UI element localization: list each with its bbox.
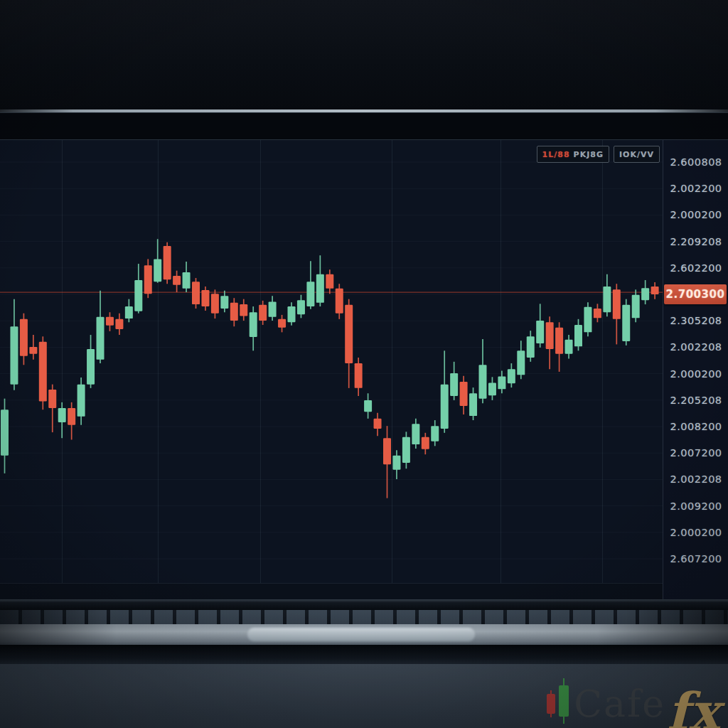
candle-up bbox=[250, 312, 257, 337]
candle-up bbox=[450, 373, 458, 396]
candle-up bbox=[297, 300, 305, 314]
candle-down bbox=[651, 287, 659, 294]
candle-down bbox=[201, 290, 209, 306]
candlestick-chart-plot[interactable]: 1L/88 PKJ8G IOK/VV bbox=[0, 139, 663, 584]
candle-up bbox=[220, 296, 228, 309]
candle-up bbox=[574, 325, 582, 346]
candle-down bbox=[460, 382, 468, 406]
candle-up bbox=[508, 369, 515, 383]
candle-up bbox=[603, 287, 611, 312]
logo-candlestick-icon bbox=[545, 678, 572, 722]
candles-svg bbox=[0, 140, 663, 584]
candle-up bbox=[632, 295, 640, 318]
candle-up bbox=[316, 274, 324, 303]
candle-up bbox=[58, 408, 66, 422]
candle-down bbox=[555, 328, 563, 354]
candle-up bbox=[431, 426, 439, 441]
candle-up bbox=[527, 336, 535, 358]
laptop-underside-shadow bbox=[0, 645, 728, 664]
price-axis-label: 2.002208 bbox=[663, 473, 728, 486]
price-axis-label: 2.002200 bbox=[663, 182, 728, 195]
candle-down bbox=[240, 304, 247, 316]
candle-up bbox=[306, 282, 314, 306]
price-axis-label: 2.009200 bbox=[663, 500, 728, 513]
symbol-badge-highlight: 1L/88 bbox=[542, 150, 570, 159]
candle-down bbox=[383, 438, 391, 464]
price-axis-label: 2.607200 bbox=[663, 552, 728, 565]
cafefx-logo: Cafe fx bbox=[545, 678, 719, 722]
keyboard-shading bbox=[0, 610, 728, 624]
candle-down bbox=[173, 276, 181, 285]
candle-down bbox=[546, 322, 554, 349]
laptop-bezel bbox=[0, 113, 728, 139]
current-price-tag: 2.700300 bbox=[664, 284, 727, 304]
price-axis[interactable]: 2.700300 2.6008082.0022002.0002002.20920… bbox=[663, 139, 728, 600]
logo-green-candle bbox=[559, 685, 569, 717]
chart-badge-row: 1L/88 PKJ8G IOK/VV bbox=[537, 146, 660, 163]
laptop-keyboard bbox=[0, 610, 728, 624]
candle-down bbox=[230, 303, 238, 321]
candle-up bbox=[412, 424, 419, 444]
trading-app-screen: 1L/88 PKJ8G IOK/VV 2.700300 2.6008082.00… bbox=[0, 139, 728, 599]
candle-up bbox=[154, 259, 161, 282]
candle-down bbox=[29, 347, 37, 354]
timeframe-badge-label: IOK/VV bbox=[619, 150, 654, 159]
candle-up bbox=[536, 321, 544, 343]
candle-up bbox=[134, 280, 142, 311]
candle-down bbox=[336, 289, 343, 314]
price-axis-label: 2.602200 bbox=[663, 262, 728, 274]
time-axis-strip[interactable] bbox=[0, 583, 663, 600]
desk-surface: Cafe fx bbox=[0, 664, 728, 728]
candle-up bbox=[402, 437, 410, 463]
logo-text-cafe: Cafe bbox=[574, 685, 665, 722]
price-axis-label: 2.000200 bbox=[663, 208, 728, 221]
candle-up bbox=[488, 382, 496, 395]
price-axis-label: 2.008200 bbox=[663, 420, 728, 433]
candle-down bbox=[355, 363, 363, 388]
price-axis-label: 2.000200 bbox=[663, 368, 728, 380]
candle-down bbox=[106, 317, 114, 326]
candle-up bbox=[183, 272, 191, 289]
candle-down bbox=[39, 342, 47, 402]
candle-up bbox=[1, 410, 9, 455]
candle-up bbox=[10, 326, 18, 384]
price-axis-label: 2.600808 bbox=[663, 156, 728, 168]
candle-up bbox=[584, 307, 592, 333]
price-axis-label: 2.305208 bbox=[663, 314, 728, 327]
candle-down bbox=[326, 274, 333, 289]
candle-up bbox=[97, 317, 105, 360]
candle-down bbox=[20, 319, 28, 356]
candle-down bbox=[211, 294, 219, 313]
candle-up bbox=[498, 377, 505, 390]
background-top bbox=[0, 0, 728, 111]
candle-up bbox=[517, 350, 525, 375]
candle-down bbox=[164, 246, 171, 279]
laptop-trading-scene: 1L/88 PKJ8G IOK/VV 2.700300 2.6008082.00… bbox=[0, 0, 728, 728]
candle-up bbox=[469, 393, 477, 416]
timeframe-badge[interactable]: IOK/VV bbox=[614, 146, 660, 163]
candle-up bbox=[392, 456, 400, 470]
price-axis-label: 2.007200 bbox=[663, 446, 728, 459]
logo-red-candle bbox=[547, 694, 555, 714]
candle-up bbox=[364, 400, 372, 412]
candle-down bbox=[68, 408, 75, 425]
price-axis-label: 2.205208 bbox=[663, 394, 728, 407]
candle-up bbox=[441, 385, 449, 429]
candle-up bbox=[269, 301, 277, 316]
front-edge-shading bbox=[0, 624, 728, 645]
logo-text-fx: fx bbox=[667, 691, 719, 728]
candle-down bbox=[374, 419, 382, 429]
candle-down bbox=[613, 289, 621, 318]
candle-up bbox=[77, 385, 85, 417]
candle-up bbox=[479, 365, 487, 398]
candle-down bbox=[594, 309, 601, 318]
candle-down bbox=[48, 390, 56, 408]
candle-up bbox=[288, 306, 296, 322]
symbol-badge-label: PKJ8G bbox=[574, 150, 604, 159]
candle-down bbox=[345, 305, 353, 363]
symbol-badge[interactable]: 1L/88 PKJ8G bbox=[537, 146, 609, 163]
laptop-hinge bbox=[0, 599, 728, 610]
candle-down bbox=[192, 282, 200, 304]
candle-up bbox=[565, 340, 573, 354]
price-axis-label: 2.000200 bbox=[663, 526, 728, 539]
